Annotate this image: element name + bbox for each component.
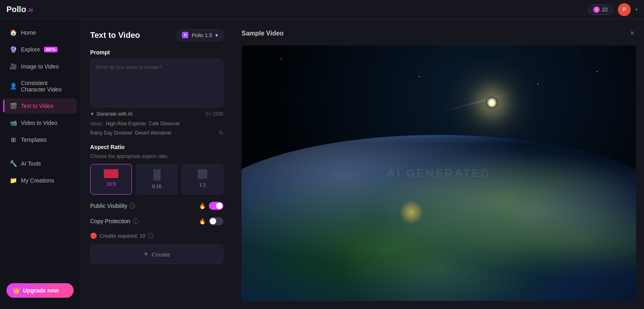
sidebar-label-home: Home xyxy=(21,29,36,36)
model-name: Pollo 1.5 xyxy=(192,32,212,38)
idea-chip-3[interactable]: Rainy Day Dreamer xyxy=(90,130,132,136)
public-visibility-row: Public Visibility i 🔥 xyxy=(90,202,223,210)
sidebar-label-text-to-video: Text to Video xyxy=(21,103,54,109)
aspect-9-16-button[interactable]: 9:16 xyxy=(136,164,178,195)
aspect-1-1-preview xyxy=(198,169,207,179)
aspect-9-16-preview xyxy=(153,169,161,180)
sidebar: 🏠 Home 🔮 Explore BETA 🎥 Image to Video 👤… xyxy=(0,19,80,309)
public-visibility-label: Public Visibility xyxy=(90,203,127,209)
sidebar-item-templates[interactable]: ⊞ Templates xyxy=(3,132,77,147)
create-icon: ✦ xyxy=(143,251,149,258)
ideas-row: Ideas: High-Rise Explorer Café Observer … xyxy=(90,120,223,136)
aspect-16-9-preview xyxy=(104,169,118,178)
logo-suffix: .ai xyxy=(27,6,33,13)
form-panel: Text to Video P Pollo 1.5 ▾ Prompt ✦ Gen… xyxy=(80,19,233,309)
credits-info[interactable]: i xyxy=(148,233,153,238)
upgrade-button[interactable]: 👑 Upgrade now xyxy=(6,283,74,298)
upgrade-label: Upgrade now xyxy=(23,287,59,294)
text-to-video-icon: 🎬 xyxy=(10,102,17,110)
idea-chip-4[interactable]: Desert Wanderer xyxy=(135,130,171,136)
credits-badge[interactable]: ⚡ 22 xyxy=(588,4,613,15)
sidebar-label-explore: Explore xyxy=(21,46,40,53)
upgrade-icon: 👑 xyxy=(13,287,20,294)
beta-badge: BETA xyxy=(44,47,58,52)
sidebar-item-video-to-video[interactable]: 📹 Video to Video xyxy=(3,115,77,131)
sidebar-item-text-to-video[interactable]: 🎬 Text to Video xyxy=(3,98,77,114)
sidebar-label-consistent-character: Consistent Character Video xyxy=(21,80,70,93)
sidebar-item-ai-tools[interactable]: 🔧 AI Tools xyxy=(3,156,77,171)
public-visibility-right: 🔥 xyxy=(199,202,223,210)
public-visibility-info[interactable]: i xyxy=(130,203,135,209)
sidebar-item-home[interactable]: 🏠 Home xyxy=(3,25,77,40)
copy-protection-knob xyxy=(210,218,216,224)
sidebar-item-explore[interactable]: 🔮 Explore BETA xyxy=(3,42,77,57)
my-creations-icon: 📁 xyxy=(10,177,17,184)
ideas-label: Ideas: xyxy=(90,121,103,127)
public-visibility-knob xyxy=(216,203,223,209)
user-menu-chevron[interactable]: ▾ xyxy=(636,7,638,12)
prompt-footer: ✦ Generate with AI 0 / 1500 xyxy=(90,111,223,117)
explore-icon: 🔮 xyxy=(10,46,17,53)
copy-protection-info[interactable]: i xyxy=(133,218,138,224)
aspect-1-1-button[interactable]: 1:1 xyxy=(182,164,223,195)
credits-icon: ⚡ xyxy=(593,6,600,13)
sidebar-item-consistent-character-video[interactable]: 👤 Consistent Character Video xyxy=(3,76,77,97)
idea-chip-1[interactable]: High-Rise Explorer xyxy=(106,121,147,127)
model-selector[interactable]: P Pollo 1.5 ▾ xyxy=(177,29,223,41)
video-panel-title: Sample Video xyxy=(242,30,284,37)
active-indicator xyxy=(3,100,4,112)
public-visibility-left: Public Visibility i xyxy=(90,203,135,209)
model-icon: P xyxy=(182,32,188,38)
copy-protection-label: Copy Protection xyxy=(90,218,130,224)
consistent-character-icon: 👤 xyxy=(10,83,17,90)
topbar: Pollo .ai ⚡ 22 P ▾ xyxy=(0,0,644,19)
main-layout: 🏠 Home 🔮 Explore BETA 🎥 Image to Video 👤… xyxy=(0,19,644,309)
ai-tools-icon: 🔧 xyxy=(10,160,17,167)
home-icon: 🏠 xyxy=(10,29,17,36)
copy-protection-right: 🔥 xyxy=(199,217,223,225)
video-container: AI GENERATED xyxy=(242,46,636,301)
public-visibility-fire: 🔥 xyxy=(199,203,206,209)
public-visibility-toggle[interactable] xyxy=(209,202,223,210)
create-label: Create xyxy=(152,251,171,258)
user-avatar[interactable]: P xyxy=(618,3,631,16)
sidebar-label-templates: Templates xyxy=(21,137,47,143)
video-panel-header: Sample Video × xyxy=(242,27,636,39)
prompt-label: Prompt xyxy=(90,49,223,56)
copy-protection-toggle[interactable] xyxy=(209,217,223,225)
aspect-ratio-subtitle: Choose the appropriate aspect ratio. xyxy=(90,153,223,159)
sidebar-item-image-to-video[interactable]: 🎥 Image to Video xyxy=(3,59,77,74)
panel-title: Text to Video xyxy=(90,31,140,40)
video-panel: Sample Video × xyxy=(233,19,644,309)
create-button[interactable]: ✦ Create xyxy=(90,245,223,264)
idea-chip-2[interactable]: Café Observer xyxy=(149,121,180,127)
credits-required-label: Credits required: 10 xyxy=(99,233,145,239)
credits-count: 22 xyxy=(602,6,608,12)
aspect-ratio-label: Aspect Ratio xyxy=(90,144,223,150)
copy-protection-fire: 🔥 xyxy=(199,218,206,224)
logo-text: Pollo xyxy=(6,5,26,14)
earth-clouds xyxy=(242,135,636,301)
aspect-1-1-label: 1:1 xyxy=(199,182,206,188)
prompt-textarea[interactable] xyxy=(90,59,223,107)
sidebar-divider xyxy=(6,151,74,152)
aspect-9-16-label: 9:16 xyxy=(152,184,161,189)
image-to-video-icon: 🎥 xyxy=(10,63,17,70)
generate-ai-button[interactable]: ✦ Generate with AI xyxy=(90,111,132,117)
generate-ai-label: Generate with AI xyxy=(97,111,132,117)
aspect-16-9-label: 16:9 xyxy=(106,181,116,187)
video-panel-close[interactable]: × xyxy=(628,27,636,39)
sidebar-item-my-creations[interactable]: 📁 My Creations xyxy=(3,173,77,188)
topbar-right: ⚡ 22 P ▾ xyxy=(588,3,638,16)
aspect-16-9-button[interactable]: 16:9 xyxy=(90,164,132,195)
generate-ai-icon: ✦ xyxy=(90,111,94,117)
refresh-icon[interactable]: ↻ xyxy=(219,130,223,136)
sidebar-label-video-to-video: Video to Video xyxy=(21,120,58,126)
templates-icon: ⊞ xyxy=(10,136,17,143)
sidebar-label-image-to-video: Image to Video xyxy=(21,63,59,70)
sidebar-label-ai-tools: AI Tools xyxy=(21,160,41,167)
sidebar-label-my-creations: My Creations xyxy=(21,177,54,184)
sun-reflection xyxy=(399,200,423,224)
video-to-video-icon: 📹 xyxy=(10,119,17,127)
aspect-options: 16:9 9:16 1:1 xyxy=(90,164,223,195)
